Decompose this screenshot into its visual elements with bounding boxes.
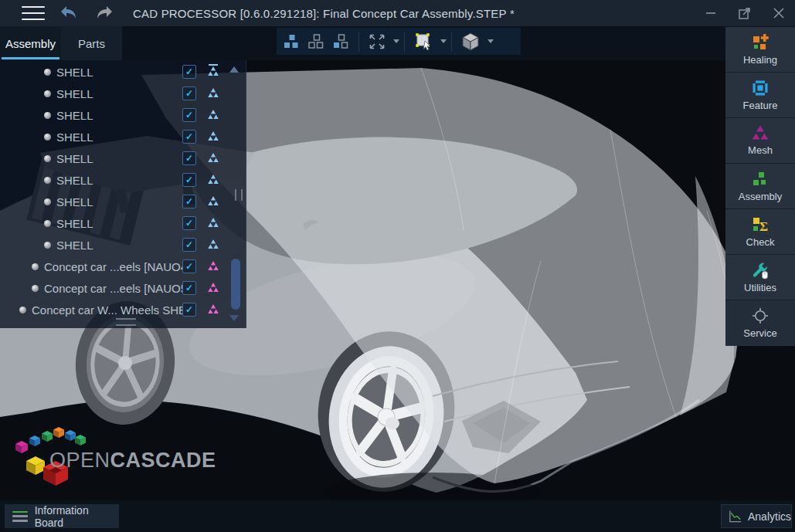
tree-row[interactable]: SHELL [0, 212, 246, 234]
mesh-icon [207, 110, 219, 120]
redo-button[interactable] [93, 4, 116, 22]
main-menu-button[interactable] [22, 6, 45, 20]
sidebar-item-utilities[interactable]: Utilities [725, 255, 795, 300]
check-icon: Σ [751, 215, 770, 234]
sidebar-item-service[interactable]: Service [725, 300, 795, 345]
part-bullet-icon [44, 134, 51, 141]
mesh-icon [207, 88, 219, 99]
minimize-icon [705, 7, 717, 19]
assembly-tree-panel: SHELL SHELL SHEL [0, 60, 246, 328]
visibility-checkbox[interactable] [182, 216, 196, 230]
tree-row[interactable]: SHELL [0, 104, 246, 126]
tab-assembly[interactable]: Assembly [0, 26, 61, 60]
app-window: CAD PROCESSOR [0.6.0.291218]: Final Conc… [0, 0, 795, 532]
opencascade-wordmark: OPENCASCADE [49, 449, 216, 473]
tools-sidebar: Healing Feature Mesh Assembly Σ Check Ut… [725, 27, 795, 346]
toolbar-separator [358, 32, 359, 52]
fit-all-button[interactable] [364, 30, 390, 53]
sidebar-item-label: Feature [743, 100, 778, 111]
visibility-checkbox[interactable] [182, 108, 196, 122]
tree-item-label: SHELL [56, 195, 182, 208]
sidebar-item-mesh[interactable]: Mesh [725, 118, 795, 164]
close-icon [773, 7, 785, 19]
tree-item-label: Concept car W... Wheels SHELL [32, 303, 182, 317]
sidebar-item-label: Check [746, 236, 775, 248]
toggle-parts-visibility-button[interactable] [329, 30, 354, 53]
visibility-checkbox[interactable] [182, 195, 196, 208]
selection-mode-dropdown[interactable] [440, 39, 447, 43]
sidebar-item-label: Assembly [739, 191, 782, 202]
visibility-checkbox[interactable] [182, 303, 196, 317]
sidebar-item-assembly[interactable]: Assembly [725, 164, 795, 209]
scroll-down-button[interactable] [229, 315, 239, 321]
information-board-button[interactable]: Information Board [5, 504, 119, 528]
sidebar-item-label: Service [743, 327, 776, 339]
panel-resize-handle-vertical[interactable] [116, 318, 136, 326]
tree-item-label: SHELL [56, 66, 182, 79]
visibility-checkbox[interactable] [182, 151, 196, 165]
mesh-icon [207, 66, 219, 77]
sidebar-item-check[interactable]: Σ Check [725, 209, 795, 255]
tree-row[interactable]: SHELL [0, 126, 246, 147]
part-bullet-icon [44, 69, 51, 76]
tree-row[interactable]: SHELL [0, 169, 246, 191]
part-bullet-icon [44, 112, 51, 119]
mesh-icon [207, 153, 219, 164]
undo-button[interactable] [57, 4, 80, 22]
tree-row[interactable]: SHELL [0, 83, 246, 104]
window-title: CAD PROCESSOR [0.6.0.291218]: Final Conc… [133, 7, 515, 20]
visibility-checkbox[interactable] [182, 86, 196, 100]
tab-parts[interactable]: Parts [61, 26, 122, 60]
cube-icon [460, 32, 481, 52]
visibility-checkbox[interactable] [182, 130, 196, 144]
sidebar-item-label: Mesh [748, 144, 773, 156]
view-cube-button[interactable] [457, 30, 484, 53]
selection-mode-button[interactable] [409, 30, 437, 53]
assembly-icon [751, 170, 770, 188]
mesh-icon [207, 239, 219, 250]
redo-icon [94, 5, 114, 21]
part-bullet-icon [44, 155, 51, 162]
minimize-button[interactable] [699, 2, 722, 24]
tree-item-label: SHELL [56, 130, 182, 144]
part-bullet-icon [44, 242, 51, 249]
restore-button[interactable] [733, 2, 756, 24]
information-board-label: Information Board [35, 504, 119, 529]
visibility-checkbox[interactable] [182, 65, 196, 79]
view-cube-dropdown[interactable] [488, 39, 494, 43]
tree-row[interactable]: Concept car W... Wheels SHELL [0, 299, 246, 320]
scrollbar-thumb[interactable] [231, 259, 240, 310]
tree-row[interactable]: Concept car ...eels [NAUO5] [0, 277, 246, 299]
close-button[interactable] [767, 2, 790, 24]
tree-item-label: SHELL [56, 217, 182, 230]
fit-all-dropdown[interactable] [393, 39, 399, 43]
visibility-checkbox[interactable] [182, 173, 196, 187]
mesh-icon [207, 261, 219, 272]
tab-toolbar-row: Assembly Parts [0, 26, 795, 60]
information-board-icon [12, 511, 28, 522]
tree-row[interactable]: SHELL [0, 191, 246, 212]
status-bar: Information Board Analytics [0, 500, 795, 532]
tree-row[interactable]: SHELL [0, 234, 246, 256]
mesh-icon [207, 196, 219, 207]
tree-row[interactable]: Concept car ...eels [NAUO4] [0, 256, 246, 277]
tree-row[interactable]: SHELL [0, 61, 246, 83]
sidebar-item-healing[interactable]: Healing [725, 27, 795, 73]
visibility-checkbox[interactable] [182, 259, 196, 273]
show-all-parts-button[interactable] [280, 30, 304, 53]
visibility-checkbox[interactable] [182, 238, 196, 252]
part-bullet-icon [44, 220, 51, 227]
tree-item-label: SHELL [56, 152, 182, 165]
part-bullet-icon [44, 177, 51, 184]
sidebar-item-feature[interactable]: Feature [725, 73, 795, 118]
opencascade-logo: OPENCASCADE [9, 421, 195, 494]
hide-all-parts-button[interactable] [304, 30, 329, 53]
squares-outline-icon [308, 34, 325, 49]
visibility-checkbox[interactable] [182, 281, 196, 295]
tree-row[interactable]: SHELL [0, 147, 246, 169]
scroll-up-button[interactable] [229, 66, 239, 73]
analytics-label: Analytics [748, 510, 791, 523]
part-bullet-icon [32, 263, 39, 270]
panel-resize-handle-horizontal[interactable] [235, 189, 243, 201]
analytics-button[interactable]: Analytics [721, 504, 792, 528]
